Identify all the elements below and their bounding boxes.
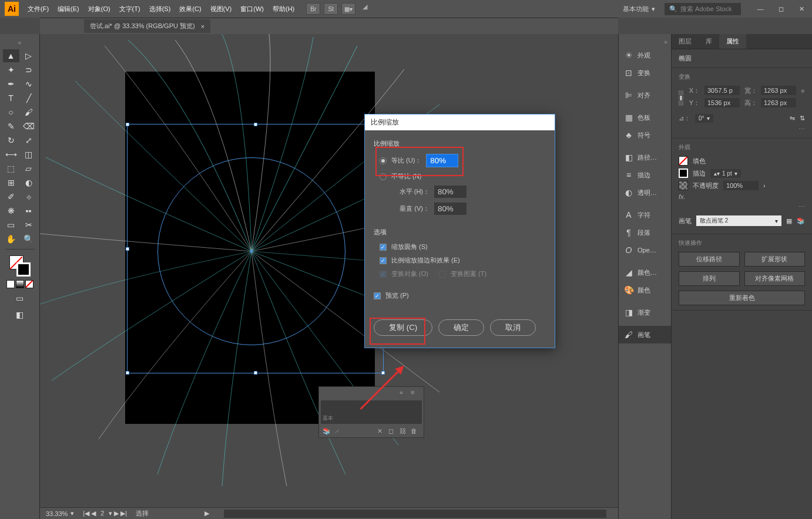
width-tool[interactable]: ⟷ bbox=[3, 148, 19, 161]
bridge-button[interactable]: Br bbox=[306, 3, 320, 15]
scale-corners-checkbox[interactable] bbox=[380, 244, 387, 251]
shaper-tool[interactable]: ✎ bbox=[3, 120, 19, 133]
search-stock-input[interactable]: 🔍搜索 Adobe Stock bbox=[665, 3, 741, 15]
fill-stroke-swatches[interactable] bbox=[9, 255, 31, 277]
zoom-tool[interactable]: 🔍 bbox=[21, 232, 37, 245]
tab-close-button[interactable]: × bbox=[201, 23, 204, 30]
expand-shape-button[interactable]: 扩展形状 bbox=[744, 252, 806, 267]
scroll-left[interactable]: ▶ bbox=[204, 510, 209, 517]
cancel-button[interactable]: 取消 bbox=[490, 319, 536, 336]
menu-object[interactable]: 对象(O) bbox=[88, 5, 110, 14]
artboard-tool[interactable]: ▭ bbox=[3, 218, 19, 231]
zoom-dropdown[interactable]: 33.33%▾ bbox=[46, 510, 74, 517]
rotate-tool[interactable]: ↻ bbox=[3, 134, 19, 147]
gpu-icon[interactable]: ◢ bbox=[363, 3, 367, 15]
w-input[interactable] bbox=[761, 86, 796, 95]
tab-layers[interactable]: 图层 bbox=[672, 34, 699, 49]
free-transform-tool[interactable]: ◫ bbox=[21, 148, 37, 161]
slice-tool[interactable]: ✂ bbox=[21, 218, 37, 231]
magic-wand-tool[interactable]: ✦ bbox=[3, 63, 19, 76]
menu-window[interactable]: 窗口(W) bbox=[240, 5, 264, 14]
panel-collapse-icon[interactable]: « bbox=[400, 389, 409, 397]
minimize-button[interactable]: — bbox=[754, 5, 766, 14]
collapse-tools[interactable]: « bbox=[18, 39, 21, 46]
next-artboard[interactable]: ▶ bbox=[114, 510, 119, 517]
ellipse-tool[interactable]: ○ bbox=[3, 106, 19, 119]
color-guide-panel[interactable]: ◢颜色… bbox=[619, 264, 671, 281]
paragraph-panel[interactable]: ¶段落 bbox=[619, 224, 671, 241]
stroke-color[interactable] bbox=[679, 168, 688, 178]
symbols-panel[interactable]: ♣符号 bbox=[619, 126, 671, 144]
horizontal-input[interactable] bbox=[434, 186, 467, 198]
type-tool[interactable]: T bbox=[3, 92, 19, 105]
nonuniform-radio[interactable] bbox=[380, 173, 387, 180]
mesh-tool[interactable]: ⊞ bbox=[3, 176, 19, 189]
gradient-panel[interactable]: ◨渐变 bbox=[619, 304, 671, 321]
link-icon[interactable]: ⛓ bbox=[400, 427, 409, 436]
transform-panel[interactable]: ⊡变换 bbox=[619, 64, 671, 82]
swatches-panel[interactable]: ▦色板 bbox=[619, 109, 671, 126]
line-tool[interactable]: ╱ bbox=[21, 92, 37, 105]
selection-tool[interactable]: ▲ bbox=[3, 49, 19, 62]
more-options[interactable]: ⋯ bbox=[679, 126, 805, 133]
uniform-input[interactable] bbox=[426, 154, 458, 167]
menu-effect[interactable]: 效果(C) bbox=[179, 5, 201, 14]
flip-h-icon[interactable]: ⇋ bbox=[790, 114, 795, 122]
color-panel[interactable]: 🎨颜色 bbox=[619, 281, 671, 299]
fx-button[interactable]: fx. bbox=[679, 193, 686, 200]
brush-lib-icon[interactable]: 📚 bbox=[797, 217, 805, 225]
more-appearance[interactable]: ⋯ bbox=[679, 203, 805, 211]
h-input[interactable] bbox=[761, 98, 796, 107]
reference-point[interactable] bbox=[679, 90, 683, 106]
menu-select[interactable]: 选择(S) bbox=[149, 5, 171, 14]
menu-help[interactable]: 帮助(H) bbox=[273, 5, 294, 14]
align-panel[interactable]: ⊫对齐 bbox=[619, 86, 671, 104]
brush-panel-icon[interactable]: ▦ bbox=[786, 217, 792, 225]
offset-path-button[interactable]: 位移路径 bbox=[679, 252, 740, 267]
shape-builder-tool[interactable]: ⬚ bbox=[3, 162, 19, 175]
new-icon[interactable]: ◻ bbox=[388, 427, 398, 436]
menu-edit[interactable]: 编辑(E) bbox=[58, 5, 79, 14]
stock-button[interactable]: St bbox=[324, 3, 338, 15]
draw-mode[interactable]: ◧ bbox=[12, 308, 28, 321]
pen-tool[interactable]: ✒ bbox=[3, 77, 19, 90]
opacity-swatch[interactable] bbox=[679, 181, 688, 190]
color-mode-gradient[interactable] bbox=[16, 280, 24, 288]
gradient-tool[interactable]: ◐ bbox=[21, 176, 37, 189]
panel-menu-icon[interactable]: ≡ bbox=[411, 389, 420, 397]
opentype-panel[interactable]: OOpe… bbox=[619, 241, 671, 259]
graph-tool[interactable]: ▪▪ bbox=[21, 204, 37, 217]
maximize-button[interactable]: ◻ bbox=[775, 5, 787, 14]
fill-color[interactable] bbox=[679, 156, 688, 166]
brush-dropdown[interactable]: 散点画笔 2▾ bbox=[696, 215, 781, 226]
prev-artboard[interactable]: ◀ bbox=[91, 510, 96, 517]
last-artboard[interactable]: ▶| bbox=[120, 510, 127, 517]
lasso-tool[interactable]: ⊃ bbox=[21, 63, 37, 76]
dock-collapse[interactable]: » bbox=[619, 37, 671, 46]
rotation-dropdown[interactable]: 0°▾ bbox=[695, 114, 713, 123]
artboard-number[interactable]: 2 bbox=[100, 510, 104, 517]
perspective-tool[interactable]: ▱ bbox=[21, 162, 37, 175]
uniform-radio[interactable] bbox=[380, 157, 387, 164]
stroke-panel[interactable]: ≡描边 bbox=[619, 166, 671, 184]
character-panel[interactable]: A字符 bbox=[619, 206, 671, 224]
flip-v-icon[interactable]: ⇅ bbox=[800, 114, 805, 122]
color-mode-none[interactable] bbox=[25, 280, 33, 288]
document-tab[interactable]: 尝试.ai* @ 33.33% (RGB/GPU 预览) × bbox=[84, 19, 210, 33]
eyedropper-tool[interactable]: ✐ bbox=[3, 190, 19, 203]
symbol-sprayer-tool[interactable]: ❋ bbox=[3, 204, 19, 217]
ok-button[interactable]: 确定 bbox=[438, 319, 484, 336]
align-pixel-button[interactable]: 对齐像素网格 bbox=[744, 271, 806, 286]
close-button[interactable]: ✕ bbox=[796, 5, 807, 14]
direct-selection-tool[interactable]: ▷ bbox=[21, 49, 37, 62]
appearance-panel[interactable]: ☀外观 bbox=[619, 46, 671, 64]
blend-tool[interactable]: ⟐ bbox=[21, 190, 37, 203]
screen-mode[interactable]: ▭ bbox=[12, 292, 28, 305]
stroke-width-dropdown[interactable]: ▴▾1 pt▾ bbox=[710, 169, 741, 178]
close-icon[interactable]: ✕ bbox=[377, 427, 387, 436]
stroke-icon[interactable]: ⟋ bbox=[334, 427, 343, 436]
recolor-button[interactable]: 重新着色 bbox=[679, 291, 805, 305]
x-input[interactable] bbox=[704, 86, 740, 95]
menu-type[interactable]: 文字(T) bbox=[119, 5, 140, 14]
library-icon[interactable]: 📚 bbox=[323, 427, 332, 436]
